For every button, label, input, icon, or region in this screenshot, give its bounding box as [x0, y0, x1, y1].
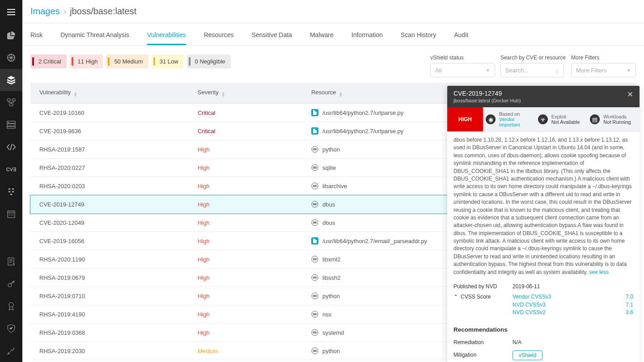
- svg-point-17: [312, 183, 318, 189]
- cvss-link[interactable]: Vendor CVSSv3: [513, 293, 551, 301]
- svg-point-16: [312, 164, 318, 171]
- detail-description: dbus before 1.10.28, 1.12.x before 1.12.…: [453, 137, 632, 275]
- package-icon: [311, 329, 318, 336]
- close-icon[interactable]: ✕: [627, 90, 633, 99]
- left-nav: CV∃: [0, 0, 22, 362]
- tab-resources[interactable]: Resources: [204, 23, 234, 45]
- report-icon: [8, 257, 15, 265]
- hamburger-menu[interactable]: [0, 0, 22, 24]
- key-icon: [7, 280, 15, 288]
- filter-bar: 2 Critical11 High50 Medium31 Low0 Neglig…: [22, 46, 644, 82]
- vshield-filter: vShield status All▼: [430, 55, 495, 77]
- breadcrumb-root[interactable]: Images: [30, 6, 60, 17]
- nav-cve[interactable]: CV∃: [0, 158, 22, 181]
- svg-rect-10: [8, 258, 14, 265]
- nav-hosts[interactable]: [0, 114, 22, 136]
- severity-pill-low[interactable]: 31 Low: [152, 55, 184, 68]
- nav-images[interactable]: [0, 69, 22, 91]
- nav-hive[interactable]: [0, 181, 22, 203]
- package-icon: [311, 219, 318, 226]
- vshield-button[interactable]: vShield: [513, 350, 542, 360]
- detail-title: CVE-2019-12749: [453, 90, 521, 97]
- nav-calendar[interactable]: [0, 203, 22, 225]
- image-tabs: RiskDynamic Threat AnalysisVulnerabiliti…: [22, 23, 644, 46]
- workload-icon: [7, 98, 16, 106]
- detail-badge: ◉Based onVendor Important: [483, 107, 535, 131]
- code-icon: [7, 143, 16, 151]
- more-filters-select[interactable]: More Filters▼: [571, 63, 636, 77]
- tab-risk[interactable]: Risk: [30, 23, 42, 45]
- detail-subtitle: jboss/base:latest (Docker Hub): [453, 98, 521, 103]
- tab-audit[interactable]: Audit: [454, 23, 468, 45]
- nav-keys[interactable]: [0, 273, 22, 295]
- hamburger-icon: [7, 9, 15, 15]
- search-filter: Search by CVE or resource Search...⌕: [500, 55, 566, 77]
- col-severity[interactable]: Severity▲▼: [189, 83, 302, 104]
- package-icon: [311, 274, 318, 281]
- see-less-link[interactable]: see less: [589, 269, 609, 275]
- package-icon: [311, 311, 318, 318]
- nav-shield[interactable]: [0, 317, 22, 340]
- package-icon: [311, 164, 318, 171]
- pie-chart-icon: [7, 31, 15, 39]
- tab-information[interactable]: Information: [352, 23, 383, 45]
- package-icon: [311, 146, 318, 153]
- nav-dashboard[interactable]: [0, 24, 22, 46]
- severity-pill-critical[interactable]: 2 Critical: [30, 55, 67, 68]
- tab-sensitive-data[interactable]: Sensitive Data: [252, 23, 292, 45]
- svg-rect-4: [9, 104, 13, 106]
- svg-point-11: [8, 283, 12, 287]
- tab-dynamic-threat-analysis[interactable]: Dynamic Threat Analysis: [60, 23, 129, 45]
- nav-functions[interactable]: [0, 136, 22, 158]
- svg-rect-6: [7, 124, 15, 126]
- file-icon: [311, 127, 318, 135]
- svg-point-8: [8, 122, 9, 123]
- cvss-link[interactable]: NVD CVSSv3: [513, 301, 546, 309]
- svg-point-21: [312, 256, 318, 262]
- svg-point-24: [312, 311, 318, 317]
- tab-malware[interactable]: Malware: [310, 23, 334, 45]
- svg-point-25: [312, 329, 318, 336]
- ribbon-icon: [8, 302, 15, 311]
- tab-scan-history[interactable]: Scan History: [401, 23, 436, 45]
- layers-icon: [7, 76, 16, 84]
- svg-point-26: [312, 348, 318, 354]
- severity-pill-medium[interactable]: 50 Medium: [106, 55, 148, 68]
- search-icon: ⌕: [555, 67, 559, 74]
- server-icon: [7, 121, 16, 129]
- package-icon: [311, 201, 318, 208]
- detail-badge: ☣ExploitNot Available: [535, 107, 588, 131]
- severity-pill-high[interactable]: 11 High: [70, 55, 103, 68]
- file-icon: [311, 109, 318, 116]
- tools-icon: [7, 347, 15, 355]
- severity-filter-pills: 2 Critical11 High50 Medium31 Low0 Neglig…: [30, 55, 426, 68]
- more-filters: More Filters More Filters▼: [571, 55, 636, 77]
- nav-tools[interactable]: [0, 340, 22, 362]
- svg-point-12: [9, 303, 13, 307]
- col-vulnerability[interactable]: Vulnerability▲▼: [30, 83, 189, 104]
- nav-badge[interactable]: [0, 295, 22, 317]
- hex-cluster-icon: [7, 187, 16, 196]
- detail-badge: ▤WorkloadsNot Running: [587, 107, 640, 131]
- shield-icon: [7, 324, 15, 333]
- chevron-right-icon: ›: [60, 6, 70, 17]
- cve-icon: CV∃: [6, 167, 16, 173]
- svg-point-23: [312, 293, 318, 299]
- nav-kubernetes[interactable]: [0, 46, 22, 69]
- tab-vulnerabilities[interactable]: Vulnerabilities: [147, 23, 186, 45]
- svg-rect-7: [7, 126, 15, 128]
- chevron-down-icon: ▼: [627, 68, 631, 73]
- svg-rect-3: [12, 99, 15, 101]
- severity-pill-neg[interactable]: 0 Negligible: [187, 55, 231, 68]
- severity-badge: HIGH: [447, 107, 483, 131]
- svg-point-19: [312, 219, 318, 226]
- cvss-toggle[interactable]: ⌃CVSS Score Vendor CVSSv37.0NVD CVSSv37.…: [453, 292, 633, 318]
- vshield-select[interactable]: All▼: [430, 63, 495, 77]
- search-input[interactable]: Search...⌕: [500, 63, 564, 77]
- helm-icon: [7, 53, 16, 62]
- nav-reports[interactable]: [0, 250, 22, 273]
- package-icon: [311, 292, 318, 299]
- package-icon: [311, 182, 318, 189]
- nav-workloads[interactable]: [0, 91, 22, 114]
- cvss-link[interactable]: NVD CVSSv2: [513, 309, 546, 316]
